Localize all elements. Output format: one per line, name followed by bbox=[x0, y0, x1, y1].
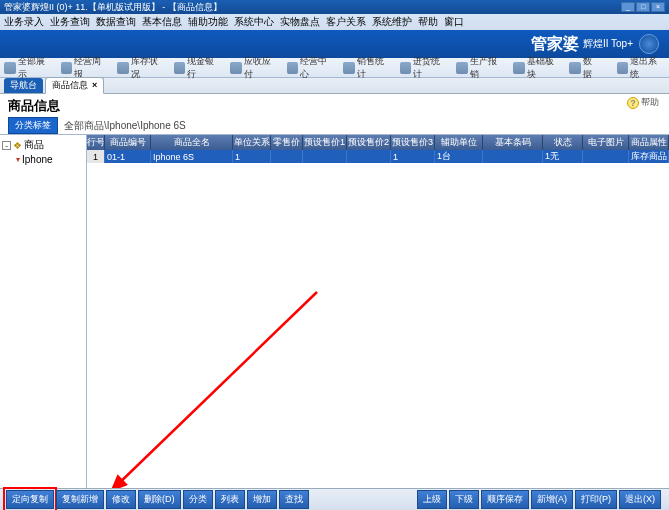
menu-item[interactable]: 基本信息 bbox=[142, 15, 182, 29]
add-button[interactable]: 增加 bbox=[247, 490, 277, 509]
tab-close-icon[interactable]: × bbox=[92, 80, 97, 90]
tree-root[interactable]: - ❖ 商品 bbox=[2, 138, 84, 152]
new-button[interactable]: 新增(A) bbox=[531, 490, 573, 509]
cell-attr: 库存商品 bbox=[629, 150, 669, 163]
up-button[interactable]: 上级 bbox=[417, 490, 447, 509]
toolbar-item[interactable]: 数据 bbox=[569, 55, 600, 81]
cell-name: Iphone 6S bbox=[151, 150, 233, 163]
menu-item[interactable]: 数据查询 bbox=[96, 15, 136, 29]
toolbar-label: 退出系统 bbox=[630, 55, 665, 81]
tree-collapse-icon[interactable]: - bbox=[2, 141, 11, 150]
cell-retail bbox=[271, 150, 303, 163]
exit-icon bbox=[617, 62, 629, 74]
menubar: 业务录入 业务查询 数据查询 基本信息 辅助功能 系统中心 实物盘点 客户关系 … bbox=[0, 14, 669, 30]
toolbar-icon bbox=[4, 62, 16, 74]
toolbar-label: 进货统计 bbox=[413, 55, 448, 81]
toolbar: 全部展示 经营周报 库存状况 现金银行 应收应付 经营中心 销售统计 进货统计 … bbox=[0, 58, 669, 78]
col-head-retail[interactable]: 零售价 bbox=[271, 135, 303, 150]
edit-button[interactable]: 修改 bbox=[106, 490, 136, 509]
tab-nav[interactable]: 导航台 bbox=[4, 78, 43, 93]
menu-item[interactable]: 窗口 bbox=[444, 15, 464, 29]
grid-header: 行号 商品编号 商品全名 单位关系 零售价 预设售价1 预设售价2 预设售价3 … bbox=[87, 135, 669, 150]
help-icon: ? bbox=[627, 97, 639, 109]
cell-img bbox=[583, 150, 629, 163]
page-head: 商品信息 分类标签 全部商品\Iphone\Iphone 6S bbox=[0, 94, 669, 134]
window-title: 管家婆辉煌II (0)+ 11.【单机版试用版】 - 【商品信息】 bbox=[4, 1, 621, 14]
globe-icon bbox=[639, 34, 659, 54]
delete-button[interactable]: 删除(D) bbox=[138, 490, 181, 509]
tab-product-info[interactable]: 商品信息× bbox=[45, 77, 104, 94]
col-head-name[interactable]: 商品全名 bbox=[151, 135, 233, 150]
toolbar-item[interactable]: 库存状况 bbox=[117, 55, 166, 81]
tree-child[interactable]: ▾ Iphone bbox=[16, 154, 84, 165]
toolbar-exit[interactable]: 退出系统 bbox=[617, 55, 666, 81]
toolbar-item[interactable]: 销售统计 bbox=[343, 55, 392, 81]
seq-save-button[interactable]: 顺序保存 bbox=[481, 490, 529, 509]
col-head-attr[interactable]: 商品属性 bbox=[629, 135, 669, 150]
toolbar-icon bbox=[456, 62, 468, 74]
toolbar-item[interactable]: 应收应付 bbox=[230, 55, 279, 81]
menu-item[interactable]: 系统中心 bbox=[234, 15, 274, 29]
toolbar-label: 经营中心 bbox=[300, 55, 335, 81]
tab-label: 导航台 bbox=[10, 80, 37, 90]
toolbar-label: 应收应付 bbox=[244, 55, 279, 81]
menu-item[interactable]: 系统维护 bbox=[372, 15, 412, 29]
grid-body[interactable]: 1 01-1 Iphone 6S 1 1 1台 1无 库存商品 bbox=[87, 150, 669, 502]
col-head-aux[interactable]: 辅助单位 bbox=[435, 135, 483, 150]
down-button[interactable]: 下级 bbox=[449, 490, 479, 509]
toolbar-item[interactable]: 基础板块 bbox=[513, 55, 562, 81]
brand-name: 管家婆 bbox=[531, 34, 579, 55]
toolbar-item[interactable]: 生产报销 bbox=[456, 55, 505, 81]
col-head-p1[interactable]: 预设售价1 bbox=[303, 135, 347, 150]
col-head-barcode[interactable]: 基本条码 bbox=[483, 135, 543, 150]
toolbar-item[interactable]: 经营中心 bbox=[287, 55, 336, 81]
menu-item[interactable]: 业务查询 bbox=[50, 15, 90, 29]
bottom-bar: 定向复制 复制新增 修改 删除(D) 分类 列表 增加 查找 上级 下级 顺序保… bbox=[0, 488, 669, 510]
table-row[interactable]: 1 01-1 Iphone 6S 1 1 1台 1无 库存商品 bbox=[87, 150, 669, 163]
toolbar-label: 销售统计 bbox=[357, 55, 392, 81]
menu-item[interactable]: 帮助 bbox=[418, 15, 438, 29]
toolbar-label: 数据 bbox=[583, 55, 600, 81]
category-button[interactable]: 分类 bbox=[183, 490, 213, 509]
toolbar-icon bbox=[400, 62, 412, 74]
col-head-img[interactable]: 电子图片 bbox=[583, 135, 629, 150]
cell-code: 01-1 bbox=[105, 150, 151, 163]
col-head-p2[interactable]: 预设售价2 bbox=[347, 135, 391, 150]
titlebar: 管家婆辉煌II (0)+ 11.【单机版试用版】 - 【商品信息】 _ □ × bbox=[0, 0, 669, 14]
close-button[interactable]: × bbox=[651, 2, 665, 12]
category-toggle-button[interactable]: 分类标签 bbox=[8, 117, 58, 134]
cell-p1 bbox=[303, 150, 347, 163]
cell-barcode bbox=[483, 150, 543, 163]
toolbar-icon bbox=[61, 62, 73, 74]
list-button[interactable]: 列表 bbox=[215, 490, 245, 509]
folder-icon: ❖ bbox=[13, 140, 22, 151]
menu-item[interactable]: 辅助功能 bbox=[188, 15, 228, 29]
cell-idx: 1 bbox=[87, 150, 105, 163]
cell-status: 1无 bbox=[543, 150, 583, 163]
menu-item[interactable]: 业务录入 bbox=[4, 15, 44, 29]
col-head-unit[interactable]: 单位关系 bbox=[233, 135, 271, 150]
col-head-code[interactable]: 商品编号 bbox=[105, 135, 151, 150]
col-head-status[interactable]: 状态 bbox=[543, 135, 583, 150]
help-link[interactable]: ? 帮助 bbox=[627, 96, 659, 109]
cell-p3: 1 bbox=[391, 150, 435, 163]
toolbar-icon bbox=[569, 62, 581, 74]
toolbar-item[interactable]: 进货统计 bbox=[400, 55, 449, 81]
maximize-button[interactable]: □ bbox=[636, 2, 650, 12]
toolbar-icon bbox=[117, 62, 129, 74]
menu-item[interactable]: 实物盘点 bbox=[280, 15, 320, 29]
col-head-idx[interactable]: 行号 bbox=[87, 135, 105, 150]
exit-button[interactable]: 退出(X) bbox=[619, 490, 661, 509]
tree-root-label: 商品 bbox=[24, 138, 44, 152]
col-head-p3[interactable]: 预设售价3 bbox=[391, 135, 435, 150]
find-button[interactable]: 查找 bbox=[279, 490, 309, 509]
copy-new-button[interactable]: 复制新增 bbox=[56, 490, 104, 509]
menu-item[interactable]: 客户关系 bbox=[326, 15, 366, 29]
minimize-button[interactable]: _ bbox=[621, 2, 635, 12]
toolbar-label: 库存状况 bbox=[131, 55, 166, 81]
copy-orient-button[interactable]: 定向复制 bbox=[6, 490, 54, 509]
print-button[interactable]: 打印(P) bbox=[575, 490, 617, 509]
body-split: - ❖ 商品 ▾ Iphone 行号 商品编号 商品全名 单位关系 零售价 预设… bbox=[0, 134, 669, 502]
toolbar-item[interactable]: 现金银行 bbox=[174, 55, 223, 81]
help-label: 帮助 bbox=[641, 96, 659, 109]
